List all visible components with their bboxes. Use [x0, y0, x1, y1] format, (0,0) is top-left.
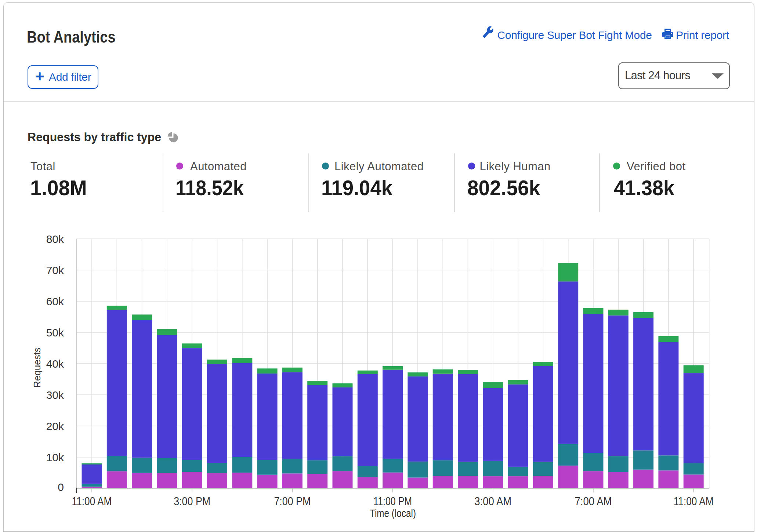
svg-text:80k: 80k	[46, 233, 64, 245]
svg-text:11:00 AM: 11:00 AM	[72, 495, 112, 508]
svg-text:11:00 AM: 11:00 AM	[674, 495, 714, 508]
svg-text:0: 0	[58, 481, 64, 493]
svg-text:10k: 10k	[46, 451, 64, 463]
svg-text:3:00 AM: 3:00 AM	[474, 495, 511, 508]
svg-text:7:00 AM: 7:00 AM	[575, 495, 612, 508]
svg-text:20k: 20k	[46, 420, 64, 432]
svg-text:Time (local): Time (local)	[370, 507, 416, 519]
svg-text:70k: 70k	[46, 264, 64, 276]
svg-text:60k: 60k	[46, 295, 64, 307]
svg-text:7:00 PM: 7:00 PM	[274, 495, 311, 508]
svg-text:30k: 30k	[46, 389, 64, 401]
svg-text:40k: 40k	[46, 358, 64, 370]
svg-text:50k: 50k	[46, 327, 64, 339]
svg-text:11:00 PM: 11:00 PM	[373, 495, 412, 508]
svg-text:3:00 PM: 3:00 PM	[174, 495, 210, 508]
svg-text:Requests: Requests	[32, 347, 43, 388]
